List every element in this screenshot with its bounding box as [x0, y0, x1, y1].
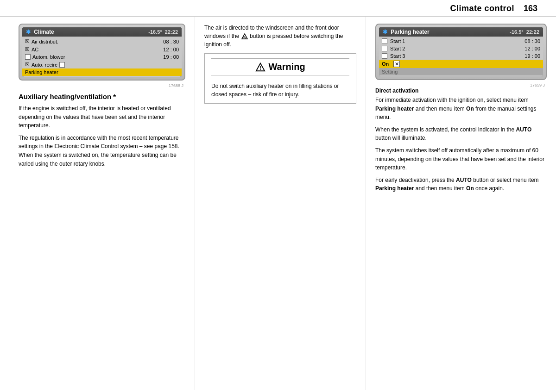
windscreen-icon: W — [241, 33, 248, 40]
right-paragraph-3: The system switches itself off automatic… — [375, 146, 547, 172]
checkbox-on: ✕ — [393, 61, 400, 67]
parking-screen-inner: ✱ Parking heater -16.5° 22:22 Start 1 08… — [379, 27, 543, 76]
right-paragraph-2: When the system is activated, the contro… — [375, 125, 547, 143]
climate-screen-titlebar: ✱ Climate -16.5° 22:22 — [22, 27, 182, 37]
parking-screen-titlebar: ✱ Parking heater -16.5° 22:22 — [379, 27, 543, 37]
left-paragraph-1: If the engine is switched off, the inter… — [19, 104, 185, 130]
warning-header: ! Warning — [211, 58, 349, 75]
parking-screen-mockup: ✱ Parking heater -16.5° 22:22 Start 1 08… — [375, 24, 547, 80]
parking-screen-title: ✱ Parking heater — [383, 29, 430, 35]
climate-menu-item-1: ☒ Air distribut. 08 : 30 — [22, 37, 182, 45]
parking-screen-time-temp: -16.5° 22:22 — [510, 29, 539, 35]
left-screen-image-id: 17688 J — [19, 83, 185, 88]
right-screen-image-id: 17659 J — [375, 83, 547, 87]
page-number: 163 — [524, 4, 537, 13]
left-section-heading: Auxiliary heating/ventilation * — [19, 93, 185, 100]
main-content: ✱ Climate -16.5° 22:22 ☒ Air distribut. … — [0, 17, 556, 390]
climate-menu-item-5: Parking heater — [22, 68, 182, 76]
checkbox-start2 — [382, 46, 387, 51]
parking-snowflake-icon: ✱ — [383, 29, 387, 35]
parking-menu-on: On ✕ — [379, 60, 543, 68]
checkbox-start1 — [382, 38, 387, 44]
parking-menu: Start 1 08 : 30 Start 2 12 : 00 Start 3 … — [379, 37, 543, 76]
climate-menu: ☒ Air distribut. 08 : 30 ☒ AC 12 : 00 Au… — [22, 37, 182, 77]
svg-text:W: W — [243, 36, 246, 39]
warning-body: Do not switch auxiliary heater on in fil… — [211, 79, 349, 99]
parking-menu-setting: Setting — [379, 68, 543, 75]
snowflake-icon: ✱ — [26, 29, 31, 35]
right-column: ✱ Parking heater -16.5° 22:22 Start 1 08… — [366, 17, 556, 390]
checkbox-air-distribut: ☒ — [25, 38, 30, 44]
climate-menu-item-2: ☒ AC 12 : 00 — [22, 45, 182, 53]
direct-activation-label: Direct activation — [375, 87, 547, 94]
middle-intro-text: The air is directed to the windscreen an… — [204, 24, 356, 49]
warning-triangle-icon: ! — [255, 62, 265, 72]
checkbox-autom-blower — [25, 54, 31, 60]
climate-screen-title: ✱ Climate — [26, 29, 54, 35]
page-title: Climate control — [450, 4, 514, 13]
page-header: Climate control 163 — [0, 0, 556, 17]
climate-screen-time-temp: -16.5° 22:22 — [148, 29, 178, 35]
climate-menu-item-3: Autom. blower 19 : 00 — [22, 53, 182, 61]
warning-title: Warning — [268, 62, 305, 72]
checkbox-auto-recirc-2 — [59, 62, 65, 68]
checkbox-start3 — [382, 53, 387, 59]
checkbox-auto-recirc: ☒ — [25, 62, 30, 68]
right-paragraph-4: For early deactivation, press the AUTO b… — [375, 176, 547, 193]
middle-column: The air is directed to the windscreen an… — [195, 17, 366, 390]
left-column: ✱ Climate -16.5° 22:22 ☒ Air distribut. … — [0, 17, 195, 390]
right-paragraph-1: For immediate activation with the igniti… — [375, 96, 547, 122]
climate-screen-inner: ✱ Climate -16.5° 22:22 ☒ Air distribut. … — [22, 27, 182, 77]
left-paragraph-2: The regulation is in accordance with the… — [19, 134, 185, 168]
climate-menu-item-4: ☒ Auto. recirc — [22, 61, 182, 68]
parking-menu-start2: Start 2 12 : 00 — [379, 45, 543, 52]
parking-menu-start3: Start 3 19 : 00 — [379, 52, 543, 60]
warning-box: ! Warning Do not switch auxiliary heater… — [204, 53, 356, 104]
parking-menu-start1: Start 1 08 : 30 — [379, 37, 543, 45]
checkbox-ac: ☒ — [25, 46, 30, 52]
svg-text:!: ! — [260, 65, 262, 71]
climate-screen-mockup: ✱ Climate -16.5° 22:22 ☒ Air distribut. … — [19, 24, 185, 81]
